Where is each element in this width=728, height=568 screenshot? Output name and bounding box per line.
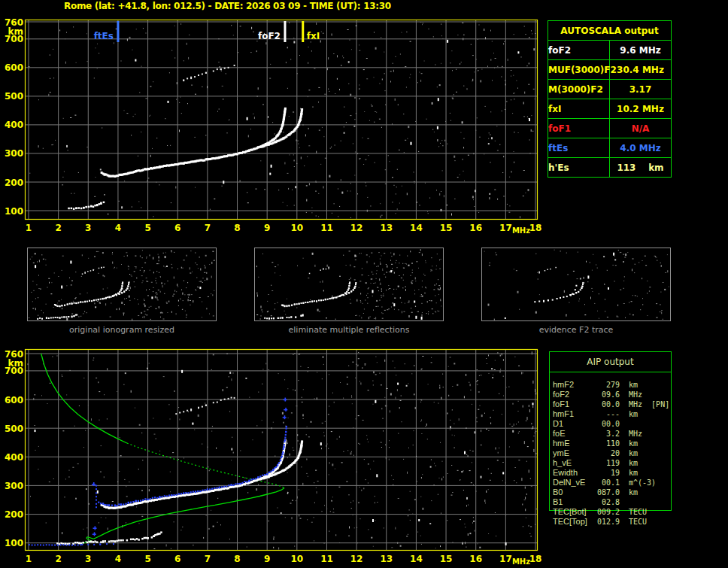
aip-row-unit: km: [629, 439, 638, 448]
aip-row-label: TEC[Top]: [549, 517, 595, 527]
aip-row: hmF1---km: [549, 409, 684, 419]
aip-row-value: 19: [595, 468, 620, 478]
svg-text:12: 12: [350, 554, 363, 564]
aip-row: hmE110km: [549, 439, 684, 448]
svg-text:15: 15: [440, 554, 453, 564]
autoscala-row-value: 10.2 MHz: [610, 99, 672, 119]
aip-output-rows: hmF2279kmfoF209.6MHzfoF100.0MHz [PN]hmF1…: [549, 380, 684, 527]
autoscala-row-value: 9.6 MHz: [610, 41, 672, 60]
svg-text:14: 14: [410, 554, 423, 564]
svg-text:8: 8: [234, 223, 240, 233]
svg-text:600: 600: [5, 62, 23, 73]
aip-row: D100.0: [549, 419, 684, 429]
aip-row-label: TEC[Bot]: [549, 507, 595, 517]
svg-text:100: 100: [5, 538, 23, 548]
aip-row-value: 009.2: [595, 507, 620, 517]
svg-text:11: 11: [320, 223, 333, 233]
aip-row-label: hmE: [549, 439, 595, 448]
svg-text:6: 6: [174, 223, 180, 233]
autoscala-output-title: AUTOSCALA output: [548, 21, 672, 41]
aip-row-label: foF1: [549, 399, 595, 409]
autoscala-row-label: foF1: [548, 119, 610, 138]
aip-row-unit: m^(-3): [629, 478, 656, 488]
svg-text:500: 500: [5, 91, 23, 102]
aip-row-unit: km: [629, 488, 638, 497]
svg-text:5: 5: [144, 223, 150, 233]
aip-row-unit: MHz: [629, 429, 642, 439]
svg-text:7: 7: [205, 223, 211, 233]
thumbnail-multiple-reflections-removed: [254, 248, 444, 321]
aip-row: foF209.6MHz: [549, 390, 684, 399]
aip-row-value: 00.0: [595, 419, 620, 429]
aip-row: hmF2279km: [549, 380, 684, 390]
aip-row-unit: km: [629, 458, 638, 468]
aip-row-label: h_vE: [549, 458, 595, 468]
aip-row: TEC[Top]012.9TECU: [549, 517, 684, 527]
svg-text:13: 13: [380, 223, 393, 233]
autoscala-row: fxI10.2 MHz: [548, 99, 672, 119]
aip-row: ymE20km: [549, 448, 684, 458]
svg-text:4: 4: [115, 223, 121, 233]
svg-text:2: 2: [55, 223, 61, 233]
aip-row-label: hmF1: [549, 409, 595, 419]
aip-row: B102.8: [549, 497, 684, 507]
aip-row-unit: km: [629, 380, 638, 390]
aip-row-label: Ewidth: [549, 468, 595, 478]
svg-text:300: 300: [5, 148, 23, 159]
aip-row-value: 3.2: [595, 429, 620, 439]
svg-text:6: 6: [174, 554, 180, 564]
aip-row-value: 110: [595, 439, 620, 448]
station-title: Rome (lat: +41.8, lon: 012.5) - DATE: 20…: [64, 1, 391, 11]
autoscala-row-label: fxI: [548, 99, 610, 119]
autoscala-row-label: foF2: [548, 41, 610, 60]
aip-row-value: 087.0: [595, 488, 620, 497]
thumbnail-caption: eliminate multiple reflections: [254, 325, 444, 335]
autoscala-row-value: N/A: [610, 119, 672, 138]
aip-row-label: B0: [549, 488, 595, 497]
autoscala-row: MUF(3000)F230.4 MHz: [548, 60, 672, 80]
aip-row-unit: km: [629, 468, 638, 478]
svg-text:18: 18: [529, 223, 542, 233]
aip-row: DelN_vE00.1m^(-3): [549, 478, 684, 488]
svg-text:16: 16: [469, 554, 482, 564]
svg-text:fxI: fxI: [307, 31, 320, 41]
autoscala-row-label: ftEs: [548, 138, 610, 158]
aip-row-value: ---: [595, 409, 620, 419]
aip-row-value: 279: [595, 380, 620, 390]
svg-text:400: 400: [5, 452, 23, 463]
svg-text:14: 14: [410, 223, 423, 233]
svg-text:300: 300: [5, 481, 23, 491]
svg-text:600: 600: [5, 395, 23, 405]
svg-text:16: 16: [469, 223, 482, 233]
thumbnail-original-ionogram: [27, 248, 217, 321]
autoscala-row: M(3000)F23.17: [548, 80, 672, 99]
svg-text:5: 5: [144, 554, 150, 564]
svg-text:MHz: MHz: [512, 226, 530, 235]
aip-row-unit: TECU: [629, 507, 647, 517]
aip-row: Ewidth19km: [549, 468, 684, 478]
svg-text:18: 18: [529, 554, 542, 564]
aip-row-unit: MHz: [629, 390, 642, 399]
svg-text:7: 7: [205, 554, 211, 564]
svg-text:17: 17: [499, 554, 512, 564]
autoscala-row-value: 3.17: [610, 80, 672, 99]
aip-header-divider: [550, 372, 671, 372]
aip-row-value: 119: [595, 458, 620, 468]
aip-row: foE3.2MHz: [549, 429, 684, 439]
svg-text:3: 3: [85, 223, 91, 233]
aip-row-label: foF2: [549, 390, 595, 399]
svg-text:100: 100: [5, 206, 23, 217]
svg-text:9: 9: [264, 223, 270, 233]
svg-text:4: 4: [115, 554, 121, 564]
svg-text:500: 500: [5, 424, 23, 434]
aip-row-unit: MHz [PN]: [629, 399, 669, 409]
svg-text:11: 11: [320, 554, 333, 564]
svg-text:200: 200: [5, 178, 23, 188]
aip-row-value: 02.8: [595, 497, 620, 507]
aip-row: TEC[Bot]009.2TECU: [549, 507, 684, 517]
svg-text:2: 2: [55, 554, 61, 564]
autoscala-row-value: 4.0 MHz: [610, 138, 672, 158]
autoscala-row-label: MUF(3000)F2: [548, 60, 610, 80]
aip-row-label: DelN_vE: [549, 478, 595, 488]
aip-row: h_vE119km: [549, 458, 684, 468]
